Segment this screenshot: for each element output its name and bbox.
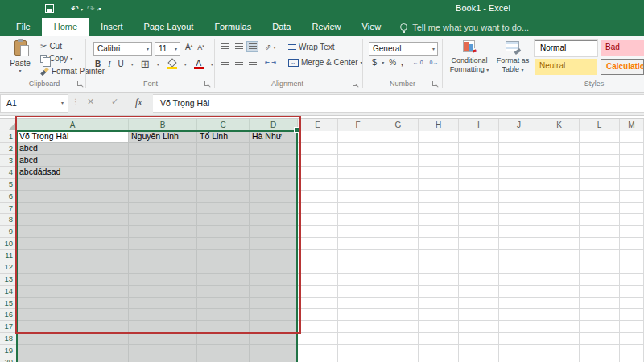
cell-H8[interactable] xyxy=(419,214,459,226)
cell-J2[interactable] xyxy=(499,143,539,155)
cell-F10[interactable] xyxy=(338,238,378,250)
cell-A19[interactable] xyxy=(17,345,129,357)
cell-F16[interactable] xyxy=(338,309,378,321)
style-normal[interactable]: Normal xyxy=(535,40,597,56)
cell-F13[interactable] xyxy=(338,274,378,286)
column-header-L[interactable]: L xyxy=(580,119,620,131)
cell-M8[interactable] xyxy=(620,214,644,226)
increase-decimal-icon[interactable]: ←.0 xyxy=(413,60,423,65)
cell-I11[interactable] xyxy=(459,250,499,262)
cell-E15[interactable] xyxy=(298,298,338,310)
font-name-combo[interactable]: Calibri ▾ xyxy=(93,42,152,56)
fill-color-icon[interactable] xyxy=(167,60,177,69)
row-header-3[interactable]: 3 xyxy=(0,155,17,167)
cell-G10[interactable] xyxy=(378,238,419,250)
cell-I19[interactable] xyxy=(459,345,499,357)
cell-M13[interactable] xyxy=(620,274,644,286)
decrease-font-size-button[interactable]: A▾ xyxy=(197,43,204,51)
cell-I3[interactable] xyxy=(459,155,499,167)
cell-B19[interactable] xyxy=(129,345,197,357)
row-header-15[interactable]: 15 xyxy=(0,298,17,310)
cell-J12[interactable] xyxy=(499,261,539,274)
underline-dropdown-icon[interactable]: ▾ xyxy=(131,61,134,67)
cell-G2[interactable] xyxy=(378,143,419,155)
font-size-dropdown-icon[interactable]: ▾ xyxy=(175,46,180,51)
tab-view[interactable]: View xyxy=(353,18,391,36)
cell-E1[interactable] xyxy=(298,131,338,143)
cell-K20[interactable] xyxy=(539,356,580,362)
cell-G20[interactable] xyxy=(378,356,419,362)
column-header-E[interactable]: E xyxy=(298,119,338,131)
cell-L8[interactable] xyxy=(580,214,620,226)
cell-L17[interactable] xyxy=(580,321,620,333)
cell-G9[interactable] xyxy=(378,226,419,238)
cell-J8[interactable] xyxy=(499,214,539,226)
align-center-button[interactable] xyxy=(233,57,245,68)
fill-color-dropdown-icon[interactable]: ▾ xyxy=(184,61,187,67)
cell-I4[interactable] xyxy=(459,167,499,179)
cell-K8[interactable] xyxy=(539,214,580,226)
cell-E5[interactable] xyxy=(298,179,338,191)
name-box[interactable]: A1 ▾ xyxy=(0,94,68,113)
row-header-6[interactable]: 6 xyxy=(0,191,17,203)
cell-F8[interactable] xyxy=(338,214,378,226)
insert-function-icon[interactable]: fx xyxy=(135,97,142,109)
cell-K5[interactable] xyxy=(539,179,580,191)
cell-L11[interactable] xyxy=(580,250,620,262)
cell-M14[interactable] xyxy=(620,286,644,298)
cell-E10[interactable] xyxy=(298,238,338,250)
cell-D20[interactable] xyxy=(250,356,298,362)
cell-G16[interactable] xyxy=(378,309,419,321)
enter-icon[interactable]: ✓ xyxy=(111,97,118,107)
tab-review[interactable]: Review xyxy=(302,18,350,36)
cell-C19[interactable] xyxy=(197,345,250,357)
cell-L10[interactable] xyxy=(580,238,620,250)
tab-formulas[interactable]: Formulas xyxy=(204,18,261,36)
cell-I15[interactable] xyxy=(459,298,499,310)
tell-me-box[interactable]: Tell me what you want to do... xyxy=(400,18,529,36)
cell-E19[interactable] xyxy=(298,345,338,357)
cell-K16[interactable] xyxy=(539,309,580,321)
undo-icon[interactable]: ↶ xyxy=(71,2,79,15)
cell-G15[interactable] xyxy=(378,298,419,310)
cell-F4[interactable] xyxy=(338,167,378,179)
cell-I20[interactable] xyxy=(459,356,499,362)
cell-G11[interactable] xyxy=(378,250,419,262)
cell-G13[interactable] xyxy=(378,274,419,286)
cell-M6[interactable] xyxy=(620,191,644,203)
cell-F12[interactable] xyxy=(338,261,378,274)
cell-K11[interactable] xyxy=(539,250,580,262)
cell-E9[interactable] xyxy=(298,226,338,238)
cell-H10[interactable] xyxy=(419,238,459,250)
row-header-17[interactable]: 17 xyxy=(0,321,17,333)
copy-button[interactable]: Copy ▾ xyxy=(40,54,72,63)
cell-J19[interactable] xyxy=(499,345,539,357)
cell-H13[interactable] xyxy=(419,274,459,286)
style-neutral[interactable]: Neutral xyxy=(535,59,597,75)
column-header-I[interactable]: I xyxy=(459,119,499,131)
row-header-13[interactable]: 13 xyxy=(0,274,17,286)
top-align-button[interactable] xyxy=(219,41,231,52)
cell-M20[interactable] xyxy=(620,356,644,362)
formula-input[interactable]: Võ Trọng Hải xyxy=(153,94,644,113)
column-header-H[interactable]: H xyxy=(419,119,459,131)
cell-E6[interactable] xyxy=(298,191,338,203)
cell-I16[interactable] xyxy=(459,309,499,321)
cell-H14[interactable] xyxy=(419,286,459,298)
cell-I2[interactable] xyxy=(459,143,499,155)
select-all-button[interactable] xyxy=(0,119,17,131)
tab-home[interactable]: Home xyxy=(42,18,89,36)
cell-I10[interactable] xyxy=(459,238,499,250)
cell-I18[interactable] xyxy=(459,333,499,345)
cell-L9[interactable] xyxy=(580,226,620,238)
paste-button[interactable]: Paste ▾ xyxy=(5,40,35,73)
cell-H17[interactable] xyxy=(419,321,459,333)
column-header-K[interactable]: K xyxy=(539,119,580,131)
cell-L18[interactable] xyxy=(580,333,620,345)
tab-insert[interactable]: Insert xyxy=(91,18,133,36)
cell-A20[interactable] xyxy=(17,356,129,362)
cell-J1[interactable] xyxy=(499,131,539,143)
cell-H19[interactable] xyxy=(419,345,459,357)
column-header-G[interactable]: G xyxy=(378,119,419,131)
cell-K15[interactable] xyxy=(539,298,580,310)
